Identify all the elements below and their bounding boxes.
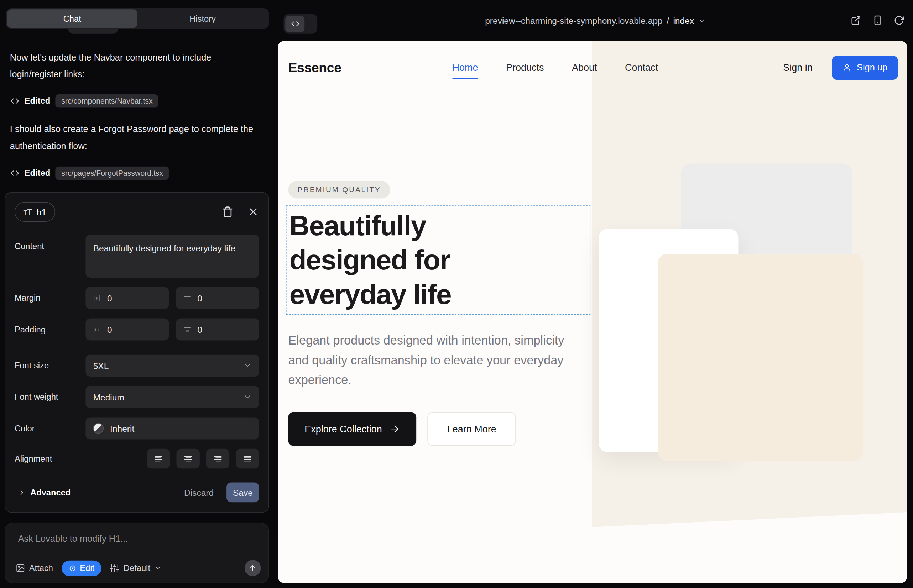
padding-horizontal-input[interactable]: 0 xyxy=(86,318,169,340)
alignment-field-row: Alignment xyxy=(15,449,259,469)
alignment-label: Alignment xyxy=(15,454,86,463)
align-center-icon xyxy=(183,454,193,463)
margin-vertical-input[interactable]: 0 xyxy=(176,287,259,309)
refresh-icon[interactable] xyxy=(894,15,904,26)
edited-label: Edited xyxy=(24,96,50,105)
hero-headline: Beautifully designed for everyday life xyxy=(290,208,500,311)
preview-actions xyxy=(851,0,904,40)
h1-selection-box[interactable]: Beautifully designed for everyday life xyxy=(286,205,590,315)
sign-in-link[interactable]: Sign in xyxy=(783,62,813,73)
align-left-icon xyxy=(154,454,163,463)
composer-toolbar: Attach Edit Default xyxy=(16,560,261,576)
margin-label: Margin xyxy=(15,293,86,302)
code-icon xyxy=(10,168,19,177)
padding-vertical-icon xyxy=(183,325,191,334)
edit-mode-label: Edit xyxy=(80,564,94,573)
align-right-button[interactable] xyxy=(206,449,229,469)
margin-vertical-icon xyxy=(183,294,191,302)
font-size-select[interactable]: 5XL xyxy=(86,354,259,376)
mobile-view-icon[interactable] xyxy=(873,15,883,26)
panel-tabs: Chat History xyxy=(6,8,269,29)
margin-vertical-value: 0 xyxy=(197,293,202,303)
element-editor-panel: тT h1 Content Beautifully designed for e… xyxy=(5,192,269,513)
edit-mode-button[interactable]: Edit xyxy=(62,560,102,576)
margin-horizontal-icon xyxy=(92,294,102,302)
edited-label: Edited xyxy=(24,168,50,178)
url-bar[interactable]: preview--charming-site-symphony.lovable.… xyxy=(278,0,913,40)
decorative-cream-card xyxy=(658,254,863,461)
arrow-right-icon xyxy=(390,423,400,434)
align-center-button[interactable] xyxy=(176,449,199,469)
site-navbar: Essence Home Products About Contact Sign… xyxy=(278,40,907,94)
explore-collection-label: Explore Collection xyxy=(304,423,382,435)
font-size-field-row: Font size 5XL xyxy=(15,354,259,376)
send-button[interactable] xyxy=(244,560,261,576)
explore-collection-button[interactable]: Explore Collection xyxy=(288,412,416,446)
chevron-down-icon xyxy=(698,17,706,24)
chevron-down-icon xyxy=(244,393,252,401)
close-icon[interactable] xyxy=(248,206,259,218)
tab-history[interactable]: History xyxy=(138,9,268,28)
content-label: Content xyxy=(15,242,86,251)
advanced-label: Advanced xyxy=(30,488,71,497)
open-external-icon[interactable] xyxy=(851,15,861,26)
nav-link-home[interactable]: Home xyxy=(453,62,478,73)
chat-message: Now let's update the Navbar component to… xyxy=(10,49,264,82)
color-value: Inherit xyxy=(110,423,251,433)
preview-page-name: index xyxy=(673,15,694,25)
color-label: Color xyxy=(15,423,86,433)
delete-element-icon[interactable] xyxy=(222,206,233,218)
align-justify-button[interactable] xyxy=(236,449,259,469)
discard-button[interactable]: Discard xyxy=(184,487,214,497)
font-weight-label: Font weight xyxy=(15,392,86,402)
align-justify-icon xyxy=(243,454,252,463)
nav-link-contact[interactable]: Contact xyxy=(625,62,658,73)
advanced-toggle[interactable]: Advanced xyxy=(15,488,71,497)
font-weight-select[interactable]: Medium xyxy=(86,386,259,408)
editor-header: тT h1 xyxy=(15,202,259,222)
chevron-down-icon xyxy=(244,361,252,370)
premium-quality-badge: PREMIUM QUALITY xyxy=(288,181,390,199)
font-weight-value: Medium xyxy=(93,392,244,402)
margin-horizontal-value: 0 xyxy=(107,293,112,303)
color-select[interactable]: Inherit xyxy=(86,417,259,439)
learn-more-button[interactable]: Learn More xyxy=(427,412,516,446)
padding-field-row: Padding 0 0 xyxy=(15,318,259,340)
nav-links: Home Products About Contact xyxy=(453,40,658,94)
edited-file-chip[interactable]: src/components/Navbar.tsx xyxy=(55,94,159,108)
align-right-icon xyxy=(213,454,222,463)
margin-horizontal-input[interactable]: 0 xyxy=(86,287,169,309)
hero-cta-row: Explore Collection Learn More xyxy=(288,412,516,446)
hero-description: Elegant products designed with intention… xyxy=(288,331,575,390)
padding-label: Padding xyxy=(15,325,86,334)
content-field-row: Content Beautifully designed for everyda… xyxy=(15,234,259,278)
selected-element-pill[interactable]: тT h1 xyxy=(15,202,55,222)
model-selector[interactable]: Default xyxy=(110,564,161,573)
nav-link-products[interactable]: Products xyxy=(506,62,544,73)
edited-file-row: Edited src/pages/ForgotPassword.tsx xyxy=(10,166,169,180)
content-input[interactable]: Beautifully designed for everyday life xyxy=(86,234,259,278)
chat-message: I should also create a Forgot Password p… xyxy=(10,120,264,154)
arrow-up-icon xyxy=(249,564,257,572)
attach-button[interactable]: Attach xyxy=(16,564,53,573)
align-left-button[interactable] xyxy=(147,449,170,469)
site-logo[interactable]: Essence xyxy=(288,40,341,94)
sliders-icon xyxy=(110,564,119,573)
site-preview: Essence Home Products About Contact Sign… xyxy=(278,40,907,583)
padding-horizontal-value: 0 xyxy=(107,325,112,334)
target-icon xyxy=(69,564,76,572)
nav-auth-actions: Sign in Sign up xyxy=(783,40,898,94)
sign-up-label: Sign up xyxy=(857,62,887,73)
image-icon xyxy=(16,564,25,573)
edited-file-chip[interactable]: src/pages/ForgotPassword.tsx xyxy=(55,166,169,180)
sign-up-button[interactable]: Sign up xyxy=(832,55,898,79)
preview-toolbar: preview--charming-site-symphony.lovable.… xyxy=(278,0,913,40)
tab-chat[interactable]: Chat xyxy=(7,9,138,28)
chevron-down-icon xyxy=(154,564,161,572)
save-button[interactable]: Save xyxy=(227,483,259,502)
alignment-button-group xyxy=(147,449,259,469)
nav-link-about[interactable]: About xyxy=(572,62,597,73)
prompt-input[interactable] xyxy=(17,533,254,559)
padding-vertical-input[interactable]: 0 xyxy=(176,318,259,340)
padding-vertical-value: 0 xyxy=(197,325,202,334)
